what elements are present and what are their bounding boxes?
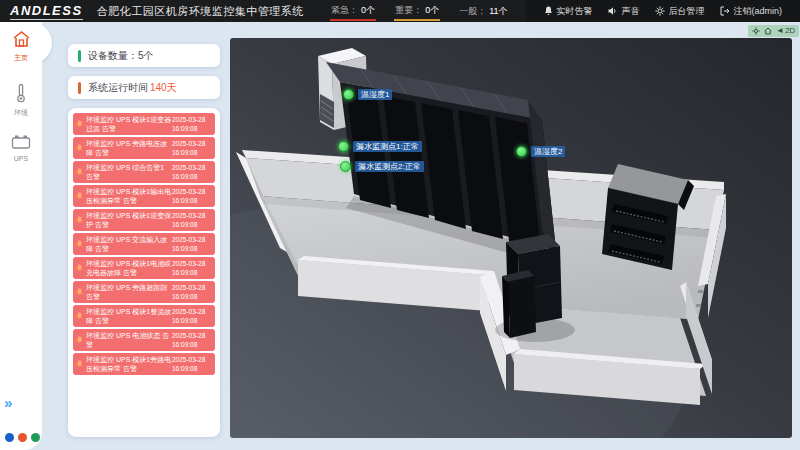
sidebar-expand-button[interactable]: » (4, 398, 12, 408)
realtime-alarm-button[interactable]: 实时告警 (544, 5, 592, 18)
status-dot-orange[interactable] (18, 433, 27, 442)
alarm-datetime: 2025-03-28 16:09:08 (172, 163, 212, 181)
uptime-card: 系统运行时间 140天 (68, 76, 220, 99)
admin-console-label: 后台管理 (668, 5, 704, 18)
sensor-status-dot (516, 146, 527, 157)
home-icon (764, 27, 772, 35)
alarm-date: 2025-03-28 (172, 187, 212, 196)
thermometer-icon (13, 83, 29, 103)
sidebar-item-home-label: 主页 (0, 53, 42, 63)
alarm-text: 环境监控 UPS 模块1电池或充电器故障 告警 (86, 259, 172, 277)
header-menu: 实时告警 声音 后台管理 注销(admin) (526, 0, 800, 22)
alarm-row[interactable]: 环境监控 UPS 旁路超跟踪 告警 2025-03-28 16:09:08 (73, 281, 215, 303)
alarm-count-critical[interactable]: 紧急： 0个 (330, 2, 376, 21)
alarm-time: 16:09:08 (172, 244, 212, 253)
alarm-text: 环境监控 UPS 电池状态 告警 (86, 331, 172, 349)
alarm-text: 环境监控 UPS 模块1输出电压检测异常 告警 (86, 187, 172, 205)
status-dot-blue[interactable] (5, 433, 14, 442)
device-count-accent-bar (78, 50, 81, 62)
critical-label: 紧急： (331, 4, 358, 17)
switch-2d-button[interactable]: ◄2D (776, 25, 795, 37)
realtime-alarm-label: 实时告警 (556, 5, 592, 18)
alarm-row[interactable]: 环境监控 UPS 综合告警1 告警 2025-03-28 16:09:08 (73, 161, 215, 183)
alarm-text: 环境监控 UPS 交流输入故障 告警 (86, 235, 172, 253)
alarm-datetime: 2025-03-28 16:09:08 (172, 187, 212, 205)
alarm-time: 16:09:08 (172, 148, 212, 157)
alarm-row[interactable]: 环境监控 UPS 模块1逆变保护 告警 2025-03-28 16:09:08 (73, 209, 215, 231)
sound-button[interactable]: 声音 (608, 5, 639, 18)
sensor-temp-humidity-1[interactable]: 温湿度1 (343, 89, 392, 100)
admin-console-button[interactable]: 后台管理 (655, 5, 704, 18)
alarm-row[interactable]: 环境监控 UPS 交流输入故障 告警 2025-03-28 16:09:08 (73, 233, 215, 255)
sensor-leak-2[interactable]: 漏水监测点2:正常 (340, 161, 424, 172)
scene-settings-button[interactable] (752, 27, 760, 35)
sidebar-item-environment-label: 环境 (0, 108, 42, 118)
sensor-label: 温湿度1 (358, 89, 392, 100)
room-3d-view[interactable]: 温湿度1 漏水监测点1:正常 漏水监测点2:正常 温湿度2 (230, 38, 792, 438)
room-3d-canvas (230, 38, 792, 438)
scene-toolbar: ◄2D (748, 25, 799, 37)
alarm-list[interactable]: 环境监控 UPS 模块1逆变器过温 告警 2025-03-28 16:09:08… (68, 108, 220, 437)
alarm-date: 2025-03-28 (172, 307, 212, 316)
sidebar-item-home[interactable]: 主页 (0, 30, 42, 63)
alarm-datetime: 2025-03-28 16:09:08 (172, 259, 212, 277)
device-count-card: 设备数量： 5个 (68, 44, 220, 67)
alarm-bell-icon (76, 264, 84, 272)
device-count-label: 设备数量： (88, 49, 138, 63)
alarm-text: 环境监控 UPS 旁路超跟踪 告警 (86, 283, 172, 301)
alarm-bell-icon (76, 312, 84, 320)
sidebar-item-ups[interactable]: UPS (0, 134, 42, 162)
bell-icon (544, 6, 553, 16)
alarm-count-important[interactable]: 重要： 0个 (394, 2, 440, 21)
alarm-row[interactable]: 环境监控 UPS 旁路电压故障 告警 2025-03-28 16:09:08 (73, 137, 215, 159)
uptime-accent-bar (78, 82, 81, 94)
speaker-icon (608, 6, 618, 16)
alarm-date: 2025-03-28 (172, 331, 212, 340)
alarm-time: 16:09:08 (172, 364, 212, 373)
sidebar: 主页 环境 UPS » (0, 22, 42, 450)
alarm-bell-icon (76, 336, 84, 344)
door-handle-1 (698, 290, 703, 293)
alarm-date: 2025-03-28 (172, 235, 212, 244)
alarm-row[interactable]: 环境监控 UPS 模块1整流故障 告警 2025-03-28 16:09:08 (73, 305, 215, 327)
alarm-date: 2025-03-28 (172, 283, 212, 292)
alarm-time: 16:09:08 (172, 196, 212, 205)
sensor-leak-1[interactable]: 漏水监测点1:正常 (338, 141, 422, 152)
alarm-count-general[interactable]: 一般： 11个 (458, 3, 508, 20)
top-header: ANDLESS 合肥化工园区机房环境监控集中管理系统 紧急： 0个 重要： 0个… (0, 0, 800, 22)
critical-value: 0个 (361, 4, 375, 17)
sensor-status-dot (340, 161, 351, 172)
alarm-row[interactable]: 环境监控 UPS 模块1逆变器过温 告警 2025-03-28 16:09:08 (73, 113, 215, 135)
alarm-time: 16:09:08 (172, 220, 212, 229)
alarm-time: 16:09:08 (172, 340, 212, 349)
alarm-row[interactable]: 环境监控 UPS 模块1电池或充电器故障 告警 2025-03-28 16:09… (73, 257, 215, 279)
alarm-datetime: 2025-03-28 16:09:08 (172, 211, 212, 229)
uptime-value: 140天 (150, 81, 177, 95)
alarm-text: 环境监控 UPS 模块1逆变保护 告警 (86, 211, 172, 229)
alarm-row[interactable]: 环境监控 UPS 模块1输出电压检测异常 告警 2025-03-28 16:09… (73, 185, 215, 207)
system-title: 合肥化工园区机房环境监控集中管理系统 (97, 4, 304, 19)
battery-icon (11, 134, 31, 150)
alarm-date: 2025-03-28 (172, 115, 212, 124)
door-handle-2 (696, 304, 701, 307)
logout-button[interactable]: 注销(admin) (720, 5, 782, 18)
sidebar-item-environment[interactable]: 环境 (0, 83, 42, 118)
logout-icon (720, 6, 730, 16)
arrow-left-icon: ◄ (776, 25, 784, 37)
alarm-text: 环境监控 UPS 模块1旁路电压检测异常 告警 (86, 355, 172, 373)
mode-2d-label: 2D (785, 25, 795, 37)
uptime-label: 系统运行时间 (88, 81, 148, 95)
alarm-datetime: 2025-03-28 16:09:08 (172, 235, 212, 253)
alarm-time: 16:09:08 (172, 124, 212, 133)
status-dot-green[interactable] (31, 433, 40, 442)
alarm-datetime: 2025-03-28 16:09:08 (172, 307, 212, 325)
alarm-row[interactable]: 环境监控 UPS 电池状态 告警 2025-03-28 16:09:08 (73, 329, 215, 351)
alarm-bell-icon (76, 144, 84, 152)
important-label: 重要： (395, 4, 422, 17)
sensor-temp-humidity-2[interactable]: 温湿度2 (516, 146, 565, 157)
alarm-row[interactable]: 环境监控 UPS 模块1旁路电压检测异常 告警 2025-03-28 16:09… (73, 353, 215, 375)
alarm-date: 2025-03-28 (172, 139, 212, 148)
sidebar-item-ups-label: UPS (0, 155, 42, 162)
sidebar-status-dots (5, 433, 40, 442)
reset-view-button[interactable] (764, 27, 772, 35)
